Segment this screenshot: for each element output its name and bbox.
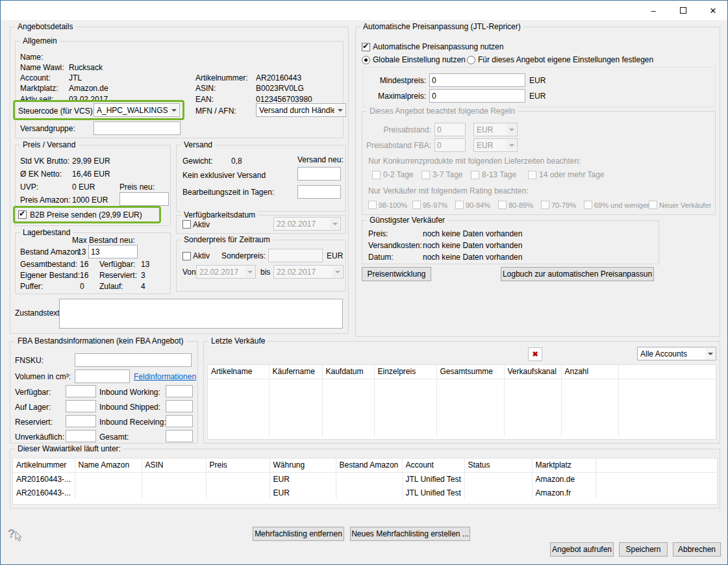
eigener-bestand-value: 16	[80, 271, 88, 280]
delete-x-icon: ✖	[532, 350, 538, 358]
column-header-marktplatz[interactable]: Marktplatz	[532, 458, 596, 472]
sonderpreis-aktiv-checkbox[interactable]	[182, 252, 191, 260]
column-header-anzahl[interactable]: Anzahl	[561, 365, 618, 379]
column-header-einzelpreis[interactable]: Einzelpreis	[374, 365, 436, 379]
lieferzeiten-label: Nur Konkurrenzprodukte mit folgenden Lie…	[368, 157, 581, 166]
verfuegbarkeitsdatum-value: 22.02.2017	[277, 220, 329, 229]
column-header-kaeufername[interactable]: Käufername	[269, 365, 322, 379]
mfn-afn-dropdown-value: Versand durch Händler	[259, 106, 334, 115]
volumen-input[interactable]	[75, 370, 130, 383]
preisabstand-fba-label: Preisabstand FBA:	[364, 141, 431, 150]
ek-netto-label: Ø EK Netto:	[20, 170, 62, 179]
minimize-button[interactable]: –	[638, 1, 668, 20]
globale-einstellung-radio[interactable]	[362, 56, 370, 64]
column-header-verkaufskanal[interactable]: Verkaufskanal	[504, 365, 561, 379]
eigene-einstellungen-radio-label: Für dieses Angebot eigene Einstellungen …	[478, 55, 653, 64]
column-header-status[interactable]: Status	[464, 458, 532, 472]
steuercode-dropdown[interactable]: A_HPC_WALKINGSTICK	[94, 103, 180, 117]
max-bestand-neu-input[interactable]	[88, 245, 138, 258]
angebot-aufrufen-button[interactable]: Angebot aufrufen	[550, 542, 614, 557]
name-wawi-label: Name Wawi:	[20, 63, 64, 72]
column-header-artikelname[interactable]: Artikelname	[208, 365, 269, 379]
fnsku-input[interactable]	[75, 353, 192, 367]
offer-details-window: – ✕ Angebotsdetails Allgemein Name: Name…	[0, 0, 728, 565]
preisabstand-fba-currency-value: EUR	[477, 141, 506, 150]
column-header-kaufdatum[interactable]: Kaufdatum	[322, 365, 374, 379]
column-header-artikelnummer[interactable]: Artikelnummer	[13, 458, 75, 472]
asin-value: B0023RV0LG	[256, 84, 304, 93]
delete-sales-button[interactable]: ✖	[528, 347, 542, 361]
column-header-bestand-amazon[interactable]: Bestand Amazon	[336, 458, 402, 472]
abbrechen-button[interactable]: Abbrechen	[673, 542, 721, 557]
preis-neu-input[interactable]	[119, 192, 169, 206]
gesamt-input[interactable]	[166, 430, 193, 442]
inbound-shipped-input[interactable]	[166, 400, 193, 412]
lieferzeit-3-7-label: 3-7 Tage	[433, 170, 462, 179]
b2b-preise-checkbox[interactable]	[18, 210, 27, 219]
letzte-verkaeufe-table: Artikelname Käufername Kaufdatum Einzelp…	[207, 364, 716, 440]
std-vk-brutto-label: Std VK Brutto:	[20, 157, 69, 166]
sonderpreis-group-title: Sonderpreis für Zeitraum	[181, 235, 273, 244]
inbound-working-input[interactable]	[166, 385, 193, 397]
chevron-down-icon	[245, 266, 255, 277]
rating-80-89-label: 80-89%	[508, 201, 533, 210]
letzte-verkaeufe-group-title: Letzte Verkäufe	[208, 336, 268, 345]
repricer-group-title: Automatische Preisanpassung (JTL-Reprice…	[360, 22, 523, 31]
guenstigster-versandkosten-label: Versandkosten:	[368, 241, 422, 250]
unverkaeuflich-input[interactable]	[66, 430, 96, 442]
reserviert-label: Reserviert:	[99, 271, 137, 280]
gesamt-label: Gesamt:	[99, 433, 129, 442]
maximalpreis-eur-label: EUR	[529, 92, 546, 101]
preis-amazon-value: 1000 EUR	[72, 195, 108, 205]
versandgruppe-input[interactable]	[94, 121, 181, 135]
fba-verfuegbar-input[interactable]	[66, 385, 96, 397]
auf-lager-input[interactable]	[66, 400, 96, 412]
table-row[interactable]: AR20160443-... EUR JTL Unified Test Amaz…	[13, 486, 718, 499]
verfuegbarkeitsdatum-aktiv-checkbox[interactable]	[182, 220, 191, 229]
std-vk-brutto-value: 29,99 EUR	[72, 157, 110, 166]
rating-80-89-checkbox	[498, 201, 507, 209]
accounts-filter-dropdown[interactable]: Alle Accounts	[637, 347, 716, 360]
bearbeitungszeit-input[interactable]	[297, 185, 341, 199]
maximalpreis-input[interactable]	[429, 89, 525, 103]
zustandstext-textarea[interactable]	[59, 299, 343, 329]
verfuegbarkeitsdatum-datepicker: 22.02.2017	[273, 217, 341, 231]
mfn-afn-dropdown[interactable]: Versand durch Händler	[256, 103, 346, 117]
guenstigster-preis-value: noch keine Daten vorhanden	[423, 229, 522, 238]
chevron-down-icon	[507, 140, 516, 151]
preisentwicklung-button[interactable]: Preisentwicklung	[362, 267, 431, 281]
wawiartikel-table: Artikelnummer Name Amazon ASIN Preis Wäh…	[12, 458, 718, 505]
logbuch-button[interactable]: Logbuch zur automatischen Preisanpassun	[501, 267, 654, 281]
speichern-button[interactable]: Speichern	[619, 542, 668, 557]
table-row[interactable]: AR20160443-... EUR JTL Unified Test Amaz…	[13, 472, 718, 486]
reserviert-value: 3	[141, 271, 145, 280]
eigene-einstellungen-radio[interactable]	[467, 56, 475, 64]
versand-neu-input[interactable]	[297, 167, 341, 181]
column-header-gesamtsumme[interactable]: Gesamtsumme	[436, 365, 504, 379]
repricer-nutzen-checkbox[interactable]	[362, 43, 370, 51]
artikelnummer-value: AR20160443	[256, 73, 301, 82]
help-drag-icon[interactable]: ?	[7, 527, 24, 544]
feldinformationen-link[interactable]: Feldinformationen	[134, 372, 196, 381]
close-button[interactable]: ✕	[698, 1, 728, 20]
column-header-preis[interactable]: Preis	[206, 458, 270, 472]
column-header-asin[interactable]: ASIN	[142, 458, 206, 472]
inbound-receiving-input[interactable]	[166, 415, 193, 427]
maximize-button[interactable]	[668, 1, 698, 20]
mehrfachlisting-entfernen-button[interactable]: Mehrfachlisting entfernen	[253, 527, 344, 541]
auf-lager-label: Auf Lager:	[15, 403, 51, 412]
fba-reserviert-input[interactable]	[66, 415, 96, 427]
rating-neuer-verkaeufer-label: Neuer Verkäufer	[659, 201, 711, 210]
fba-verfuegbar-label: Verfügbar:	[15, 388, 51, 397]
rating-70-79-checkbox	[541, 201, 549, 209]
column-header-name-amazon[interactable]: Name Amazon	[75, 458, 142, 472]
zustandstext-label: Zustandstext:	[15, 308, 62, 318]
versand-group-title: Versand	[181, 140, 215, 149]
column-header-account[interactable]: Account	[402, 458, 464, 472]
guenstigster-verkaeufer-group-title: Günstigster Verkäufer	[367, 216, 447, 225]
rating-label: Nur Verkäufer mit folgendem Rating beach…	[368, 186, 529, 195]
neues-mehrfachlisting-button[interactable]: Neues Mehrfachlisting erstellen ...	[350, 527, 470, 541]
mindestpreis-input[interactable]	[429, 73, 525, 87]
column-header-waehrung[interactable]: Währung	[270, 458, 336, 472]
artikelnummer-label: Artikelnummer:	[195, 73, 248, 82]
